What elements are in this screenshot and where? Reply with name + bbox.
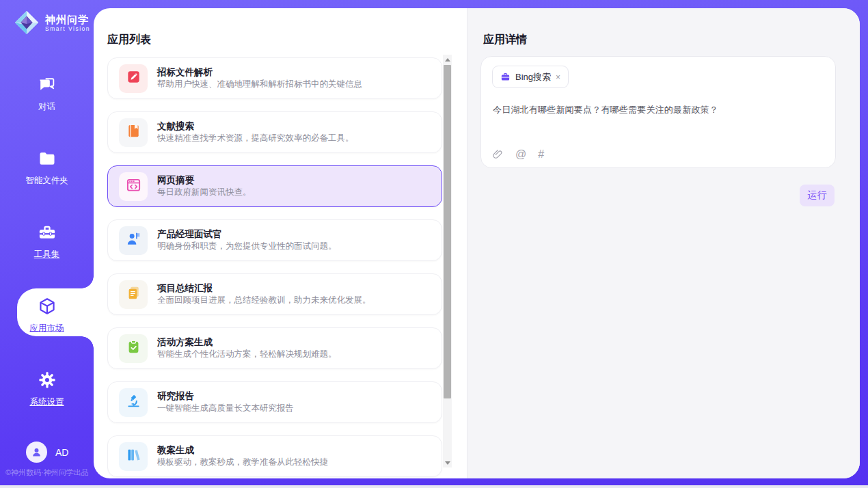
app-desc: 模板驱动，教案秒成，教学准备从此轻松快捷 bbox=[157, 457, 328, 468]
app-icon-box bbox=[119, 64, 148, 93]
sidebar-item-cube[interactable]: 应用市场 bbox=[0, 297, 94, 334]
main-content: 应用列表 招标文件解析帮助用户快速、准确地理解和解析招标书中的关键信息文献搜索快… bbox=[94, 8, 860, 478]
sidebar-item-gear[interactable]: 系统设置 bbox=[0, 370, 94, 408]
sidebar-item-chat[interactable]: 对话 bbox=[0, 75, 94, 113]
sidebar-item-toolbox[interactable]: 工具集 bbox=[0, 223, 94, 260]
clipboard-check-icon bbox=[126, 339, 141, 357]
app-list-pane: 应用列表 招标文件解析帮助用户快速、准确地理解和解析招标书中的关键信息文献搜索快… bbox=[94, 8, 467, 478]
app-icon-box bbox=[119, 280, 148, 309]
app-detail-pane: 应用详情 Bing搜索 × 今日湖北有哪些新闻要点？有哪些需要关注的最新政策？ … bbox=[467, 8, 860, 478]
app-card[interactable]: 招标文件解析帮助用户快速、准确地理解和解析招标书中的关键信息 bbox=[107, 57, 442, 99]
paperclip-icon[interactable] bbox=[492, 148, 504, 161]
user-initials: AD bbox=[55, 447, 68, 458]
books-icon bbox=[126, 447, 141, 465]
app-icon-box bbox=[119, 442, 148, 471]
hash-icon[interactable]: # bbox=[538, 148, 544, 161]
app-name: 教案生成 bbox=[157, 444, 328, 457]
app-list: 招标文件解析帮助用户快速、准确地理解和解析招标书中的关键信息文献搜索快速精准查找… bbox=[107, 57, 442, 477]
app-icon-box bbox=[119, 118, 148, 147]
browser-code-icon bbox=[126, 177, 141, 195]
scrollbar-thumb[interactable] bbox=[444, 65, 451, 398]
logo-text: 神州问学 Smart Vision bbox=[45, 14, 90, 32]
folder-icon bbox=[38, 149, 57, 168]
app-desc: 一键智能生成高质量长文本研究报告 bbox=[157, 403, 294, 414]
app-icon-box bbox=[119, 334, 148, 363]
app-list-scrollbar[interactable] bbox=[443, 55, 452, 467]
person-icon bbox=[31, 446, 42, 458]
app-desc: 明确身份和职责，为您提供专业性的面试问题。 bbox=[157, 241, 337, 252]
app-card[interactable]: 活动方案生成智能生成个性化活动方案，轻松解决规划难题。 bbox=[107, 327, 442, 369]
app-card[interactable]: 项目总结汇报全面回顾项目进展，总结经验教训，助力未来优化发展。 bbox=[107, 273, 442, 315]
documents-icon bbox=[126, 285, 141, 303]
app-name: 文献搜索 bbox=[157, 120, 354, 133]
sidebar-item-label: 对话 bbox=[0, 101, 94, 113]
sidebar-item-label: 工具集 bbox=[0, 249, 94, 260]
app-desc: 帮助用户快速、准确地理解和解析招标书中的关键信息 bbox=[157, 79, 362, 90]
app-desc: 全面回顾项目进展，总结经验教训，助力未来优化发展。 bbox=[157, 295, 371, 306]
app-name: 研究报告 bbox=[157, 390, 294, 403]
tool-chip-bing-search[interactable]: Bing搜索 × bbox=[492, 66, 569, 88]
user-row[interactable]: AD bbox=[26, 442, 68, 463]
app-desc: 快速精准查找学术资源，提高研究效率的必备工具。 bbox=[157, 133, 354, 144]
app-name: 活动方案生成 bbox=[157, 336, 337, 349]
app-name: 产品经理面试官 bbox=[157, 228, 337, 241]
app-card[interactable]: 文献搜索快速精准查找学术资源，提高研究效率的必备工具。 bbox=[107, 111, 442, 153]
app-card[interactable]: 网页摘要每日政府新闻资讯快查。 bbox=[107, 165, 442, 207]
interviewer-icon bbox=[126, 231, 141, 249]
app-icon-box bbox=[119, 172, 148, 201]
book-icon bbox=[126, 123, 141, 141]
sidebar-item-label: 智能文件夹 bbox=[0, 175, 94, 187]
app-name: 网页摘要 bbox=[157, 174, 252, 187]
app-name: 项目总结汇报 bbox=[157, 282, 371, 295]
app-list-title: 应用列表 bbox=[107, 33, 151, 47]
run-button[interactable]: 运行 bbox=[800, 185, 835, 206]
sidebar-footer: ©神州数码·神州问学出品 bbox=[5, 467, 94, 478]
sidebar-item-folder[interactable]: 智能文件夹 bbox=[0, 149, 94, 187]
composer-card: Bing搜索 × 今日湖北有哪些新闻要点？有哪些需要关注的最新政策？ @ # bbox=[480, 56, 836, 168]
app-card[interactable]: 产品经理面试官明确身份和职责，为您提供专业性的面试问题。 bbox=[107, 219, 442, 261]
gear-icon bbox=[38, 370, 57, 390]
chat-icon bbox=[38, 75, 57, 94]
app-desc: 智能生成个性化活动方案，轻松解决规划难题。 bbox=[157, 349, 337, 360]
toolbox-icon bbox=[38, 223, 57, 242]
sidebar-item-label: 系统设置 bbox=[0, 396, 94, 408]
app-logo: 神州问学 Smart Vision bbox=[14, 10, 90, 36]
app-detail-title: 应用详情 bbox=[483, 33, 527, 47]
query-input[interactable]: 今日湖北有哪些新闻要点？有哪些需要关注的最新政策？ bbox=[493, 104, 824, 116]
sidebar: 神州问学 Smart Vision 对话智能文件夹工具集应用市场系统设置 AD … bbox=[0, 0, 94, 485]
edit-icon bbox=[126, 69, 141, 87]
app-title: 神州问学 bbox=[45, 14, 90, 25]
app-desc: 每日政府新闻资讯快查。 bbox=[157, 187, 252, 198]
app-subtitle: Smart Vision bbox=[45, 25, 90, 32]
microscope-icon bbox=[126, 393, 141, 411]
avatar[interactable] bbox=[26, 442, 47, 463]
at-icon[interactable]: @ bbox=[515, 148, 526, 161]
app-card[interactable]: 教案生成模板驱动，教案秒成，教学准备从此轻松快捷 bbox=[107, 435, 442, 477]
logo-diamond-icon bbox=[14, 10, 40, 36]
sidebar-item-label: 应用市场 bbox=[0, 323, 94, 334]
app-card[interactable]: 研究报告一键智能生成高质量长文本研究报告 bbox=[107, 381, 442, 423]
scrollbar-down-arrow[interactable] bbox=[443, 458, 452, 467]
cube-icon bbox=[38, 297, 57, 316]
app-icon-box bbox=[119, 388, 148, 417]
composer-toolbar: @ # bbox=[492, 148, 544, 161]
app-name: 招标文件解析 bbox=[157, 66, 362, 79]
scrollbar-up-arrow[interactable] bbox=[443, 55, 452, 64]
app-icon-box bbox=[119, 226, 148, 255]
briefcase-icon bbox=[500, 72, 511, 82]
tool-chip-label: Bing搜索 bbox=[515, 71, 551, 83]
chip-close-icon[interactable]: × bbox=[556, 73, 560, 81]
